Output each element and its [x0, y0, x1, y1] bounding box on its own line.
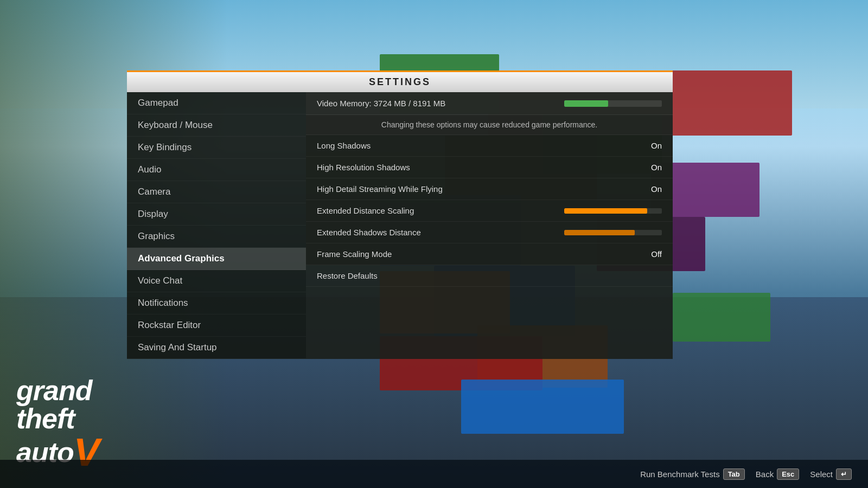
settings-title-bar: SETTINGS: [127, 70, 673, 92]
extended-distance-scaling-fill: [564, 208, 647, 214]
sidebar: Gamepad Keyboard / Mouse Key Bindings Au…: [127, 92, 306, 359]
sidebar-item-graphics[interactable]: Graphics: [127, 226, 306, 248]
select-action[interactable]: Select ↵: [810, 468, 852, 480]
extended-distance-scaling-slider[interactable]: [564, 208, 662, 214]
high-detail-streaming-value: On: [635, 184, 662, 194]
setting-row-high-res-shadows[interactable]: High Resolution Shadows On: [306, 157, 673, 178]
warning-row: Changing these options may cause reduced…: [306, 115, 673, 135]
benchmark-key: Tab: [723, 468, 745, 480]
back-key: Esc: [777, 468, 799, 480]
setting-row-high-detail-streaming[interactable]: High Detail Streaming While Flying On: [306, 178, 673, 200]
sidebar-item-audio[interactable]: Audio: [127, 159, 306, 181]
sidebar-item-display[interactable]: Display: [127, 203, 306, 226]
gta-grand: grand: [16, 376, 100, 404]
warning-text: Changing these options may cause reduced…: [381, 120, 597, 129]
back-label: Back: [756, 470, 774, 479]
high-res-shadows-value: On: [635, 163, 662, 172]
high-detail-streaming-label: High Detail Streaming While Flying: [317, 184, 635, 194]
settings-panel: SETTINGS Gamepad Keyboard / Mouse Key Bi…: [127, 70, 673, 359]
memory-bar-fill: [564, 100, 608, 107]
long-shadows-label: Long Shadows: [317, 141, 635, 150]
memory-bar-container: [564, 100, 662, 107]
restore-defaults-row[interactable]: Restore Defaults: [306, 265, 673, 287]
gta-theft: theft: [16, 404, 100, 433]
bottom-bar: Run Benchmark Tests Tab Back Esc Select …: [0, 460, 868, 488]
select-label: Select: [810, 470, 833, 479]
back-action: Back Esc: [756, 468, 800, 480]
settings-title: SETTINGS: [369, 76, 431, 87]
extended-distance-scaling-label: Extended Distance Scaling: [317, 206, 564, 215]
select-key: ↵: [836, 468, 852, 480]
sidebar-item-camera[interactable]: Camera: [127, 181, 306, 203]
setting-row-extended-distance-scaling[interactable]: Extended Distance Scaling: [306, 200, 673, 222]
video-memory-row: Video Memory: 3724 MB / 8191 MB: [306, 92, 673, 115]
sidebar-item-key-bindings[interactable]: Key Bindings: [127, 137, 306, 159]
benchmark-label: Run Benchmark Tests: [640, 470, 719, 479]
main-content: Video Memory: 3724 MB / 8191 MB Changing…: [306, 92, 673, 359]
frame-scaling-mode-label: Frame Scaling Mode: [317, 249, 635, 259]
extended-shadows-distance-slider[interactable]: [564, 230, 662, 235]
sidebar-item-rockstar-editor[interactable]: Rockstar Editor: [127, 314, 306, 337]
extended-shadows-distance-label: Extended Shadows Distance: [317, 228, 564, 237]
setting-row-frame-scaling-mode[interactable]: Frame Scaling Mode Off: [306, 243, 673, 265]
benchmark-action: Run Benchmark Tests Tab: [640, 468, 745, 480]
sidebar-item-advanced-graphics[interactable]: Advanced Graphics: [127, 248, 306, 270]
setting-row-long-shadows[interactable]: Long Shadows On: [306, 135, 673, 157]
sidebar-item-voice-chat[interactable]: Voice Chat: [127, 270, 306, 292]
gta-logo: grand theft auto V: [16, 376, 100, 472]
extended-shadows-distance-fill: [564, 230, 635, 235]
sidebar-item-gamepad[interactable]: Gamepad: [127, 92, 306, 114]
high-res-shadows-label: High Resolution Shadows: [317, 163, 635, 172]
video-memory-label: Video Memory: 3724 MB / 8191 MB: [317, 99, 564, 108]
frame-scaling-mode-value: Off: [635, 249, 662, 259]
sidebar-item-keyboard-mouse[interactable]: Keyboard / Mouse: [127, 114, 306, 137]
settings-body: Gamepad Keyboard / Mouse Key Bindings Au…: [127, 92, 673, 359]
sidebar-item-notifications[interactable]: Notifications: [127, 292, 306, 314]
setting-row-extended-shadows-distance[interactable]: Extended Shadows Distance: [306, 222, 673, 243]
restore-defaults-label: Restore Defaults: [317, 271, 378, 280]
sidebar-item-saving-startup[interactable]: Saving And Startup: [127, 337, 306, 359]
long-shadows-value: On: [635, 141, 662, 150]
